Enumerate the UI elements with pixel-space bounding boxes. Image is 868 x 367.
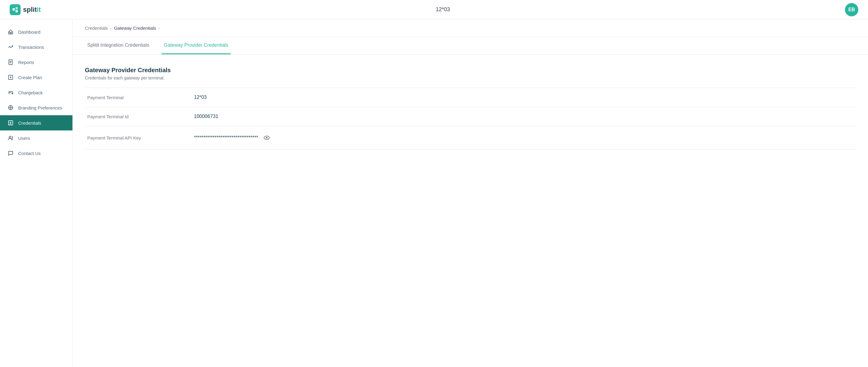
tab-gateway-provider[interactable]: Gateway Provider Credentials <box>161 37 231 54</box>
sidebar-label-dashboard: Dashboard <box>18 29 40 35</box>
table-row: Payment Terminal API Key ***************… <box>85 126 856 149</box>
sidebar: Dashboard Transactions Reports <box>0 20 73 367</box>
payment-terminal-id-label: Payment Terminal Id <box>85 114 194 119</box>
reports-icon <box>7 59 14 65</box>
breadcrumb: Credentials › Gateway Credentials › <box>73 20 868 37</box>
branding-icon <box>7 104 14 111</box>
create-plan-icon <box>7 74 14 81</box>
content-area: Gateway Provider Credentials Credentials… <box>73 55 868 162</box>
logo: splitit <box>10 4 41 15</box>
payment-terminal-api-value: ********************************** <box>194 133 272 143</box>
header-title: 12*03 <box>436 6 450 13</box>
dashboard-icon <box>7 29 14 35</box>
credentials-table: Payment Terminal 12*03 Payment Terminal … <box>85 88 856 149</box>
payment-terminal-label: Payment Terminal <box>85 95 194 100</box>
sidebar-label-chargeback: Chargeback <box>18 90 43 95</box>
sidebar-item-reports[interactable]: Reports <box>0 55 72 70</box>
sidebar-label-contact: Contact Us <box>18 151 41 156</box>
sidebar-item-credentials[interactable]: Credentials <box>0 115 72 131</box>
toggle-visibility-button[interactable] <box>262 133 272 143</box>
svg-point-19 <box>9 136 11 138</box>
sidebar-item-transactions[interactable]: Transactions <box>0 39 72 55</box>
breadcrumb-chevron-2: › <box>158 26 160 30</box>
credentials-icon <box>7 119 14 126</box>
sidebar-item-users[interactable]: Users <box>0 131 72 146</box>
svg-rect-1 <box>16 7 18 9</box>
layout: Dashboard Transactions Reports <box>0 20 868 367</box>
sidebar-label-reports: Reports <box>18 60 34 65</box>
sidebar-label-users: Users <box>18 136 30 141</box>
contact-icon <box>7 150 14 157</box>
payment-terminal-value: 12*03 <box>194 95 207 100</box>
section-header: Gateway Provider Credentials Credentials… <box>85 67 856 80</box>
svg-rect-2 <box>16 10 18 12</box>
svg-point-21 <box>266 137 267 139</box>
users-icon <box>7 135 14 141</box>
transactions-icon <box>7 44 14 50</box>
breadcrumb-gateway: Gateway Credentials <box>114 26 156 31</box>
api-key-masked: ********************************** <box>194 135 258 140</box>
sidebar-label-branding: Branding Preferences <box>18 105 62 110</box>
breadcrumb-credentials[interactable]: Credentials <box>85 26 108 31</box>
table-row: Payment Terminal 12*03 <box>85 88 856 107</box>
header: splitit 12*03 EB <box>0 0 868 20</box>
sidebar-label-create-plan: Create Plan <box>18 75 42 80</box>
logo-text: splitit <box>23 6 41 13</box>
logo-icon <box>10 4 21 15</box>
svg-rect-0 <box>12 8 15 10</box>
sidebar-item-create-plan[interactable]: Create Plan <box>0 70 72 85</box>
payment-terminal-id-value: 100006731 <box>194 114 218 119</box>
tabs: Splitit Integration Credentials Gateway … <box>73 37 868 55</box>
sidebar-item-chargeback[interactable]: Chargeback <box>0 85 72 100</box>
section-subtitle: Credentials for each gateway per termina… <box>85 76 856 80</box>
sidebar-item-branding[interactable]: Branding Preferences <box>0 100 72 115</box>
table-row: Payment Terminal Id 100006731 <box>85 107 856 126</box>
breadcrumb-chevron-1: › <box>110 26 112 30</box>
svg-rect-5 <box>10 33 11 34</box>
payment-terminal-api-label: Payment Terminal API Key <box>85 135 194 140</box>
user-avatar[interactable]: EB <box>845 3 858 17</box>
sidebar-label-credentials: Credentials <box>18 120 41 125</box>
main-content: Credentials › Gateway Credentials › Spli… <box>73 20 868 367</box>
sidebar-label-transactions: Transactions <box>18 45 44 50</box>
tab-splitit-integration[interactable]: Splitit Integration Credentials <box>85 37 152 54</box>
chargeback-icon <box>7 89 14 96</box>
sidebar-item-contact[interactable]: Contact Us <box>0 146 72 161</box>
sidebar-item-dashboard[interactable]: Dashboard <box>0 24 72 39</box>
section-title: Gateway Provider Credentials <box>85 67 856 74</box>
